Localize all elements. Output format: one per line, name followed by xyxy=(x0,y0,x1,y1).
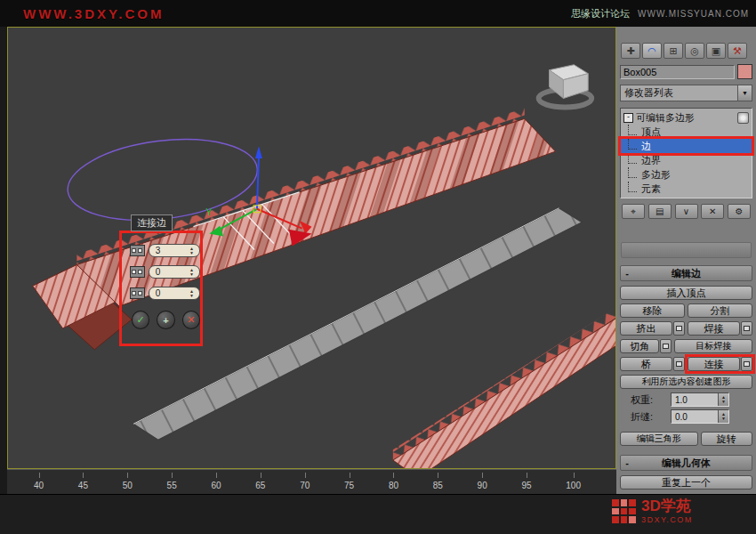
modify-tab-icon[interactable]: ◠ xyxy=(642,43,662,59)
timeline-tick: 100 xyxy=(566,481,581,490)
hierarchy-tab-icon[interactable]: ⊞ xyxy=(664,43,683,59)
site-url: WWW.MISSYUAN.COM xyxy=(638,9,749,19)
dropdown-arrow-icon[interactable]: ▼ xyxy=(737,85,752,101)
stack-row-editable-poly[interactable]: - 可编辑多边形 xyxy=(621,110,752,125)
repeat-last-button[interactable]: 重复上一个 xyxy=(620,475,752,490)
extrude-settings-icon[interactable] xyxy=(673,321,685,336)
spinner-arrows-icon[interactable]: ▲▼ xyxy=(187,268,199,277)
spinner-arrows-icon[interactable]: ▲▼ xyxy=(187,247,199,255)
timeline-tick: 95 xyxy=(521,481,531,490)
extrude-button[interactable]: 挤出 xyxy=(620,321,672,336)
show-end-result-icon[interactable]: ▤ xyxy=(648,204,672,219)
site-name: 思缘设计论坛 xyxy=(571,7,630,20)
collapsed-rollout-header[interactable] xyxy=(621,242,752,258)
motion-tab-icon[interactable]: ◎ xyxy=(685,43,704,59)
timeline-tick: 65 xyxy=(255,481,265,490)
caddy-cancel-button[interactable]: ✕ xyxy=(182,311,200,329)
timeline-tick: 60 xyxy=(211,481,221,490)
insert-vertex-button[interactable]: 插入顶点 xyxy=(620,286,752,300)
command-panel: ✚ ◠ ⊞ ◎ ▣ ⚒ 修改器列表 ▼ - 可编辑多边形 xyxy=(616,27,756,494)
weld-settings-icon[interactable] xyxy=(741,321,752,336)
crease-spinner[interactable]: 0.0 ▲▼ xyxy=(671,409,729,424)
watermark-missyuan: 思缘设计论坛 WWW.MISSYUAN.COM xyxy=(571,7,749,20)
create-tab-icon[interactable]: ✚ xyxy=(621,43,640,59)
spinner-mode-icon[interactable] xyxy=(130,266,145,278)
object-name-field[interactable] xyxy=(620,65,735,79)
create-shape-button[interactable]: 利用所选内容创建图形 xyxy=(620,375,752,389)
status-bar: 3D学苑 3DXY.COM xyxy=(0,494,756,534)
top-watermark-bar: WWW.3DXY.COM 思缘设计论坛 WWW.MISSYUAN.COM xyxy=(0,0,756,27)
collapse-icon[interactable]: - xyxy=(623,113,633,123)
modifier-list-dropdown[interactable]: 修改器列表 ▼ xyxy=(620,85,752,101)
pink-ribbon-object[interactable] xyxy=(393,308,615,468)
edit-triangulation-button[interactable]: 编辑三角形 xyxy=(620,432,698,446)
connect-edges-caddy: 3 ▲▼ 0 ▲▼ xyxy=(119,231,203,346)
bridge-button[interactable]: 桥 xyxy=(620,357,672,371)
caddy-tooltip: 连接边 xyxy=(131,214,173,231)
scene-canvas[interactable]: Y xyxy=(8,28,615,468)
segments-row: 3 ▲▼ xyxy=(130,244,200,257)
pinch-spinner[interactable]: 0 ▲▼ xyxy=(149,265,200,279)
app-window: WWW.3DXY.COM 思缘设计论坛 WWW.MISSYUAN.COM xyxy=(0,0,756,534)
edit-edges-rollout-header[interactable]: - 编辑边 xyxy=(620,265,752,281)
timeline-tick: 85 xyxy=(433,481,443,490)
footer-logo: 3D学苑 3DXY.COM xyxy=(612,498,693,524)
timeline-tick: 45 xyxy=(78,481,88,490)
make-unique-icon[interactable]: ∨ xyxy=(675,204,698,219)
command-panel-tabs: ✚ ◠ ⊞ ◎ ▣ ⚒ xyxy=(620,43,752,59)
chamfer-settings-icon[interactable] xyxy=(660,339,672,353)
remove-button[interactable]: 移除 xyxy=(620,303,685,318)
collapse-icon: - xyxy=(621,268,633,279)
timeline-tick: 50 xyxy=(123,481,133,490)
stack-state-icon[interactable] xyxy=(737,112,749,124)
spinner-arrows-icon[interactable]: ▲▼ xyxy=(718,393,728,406)
weld-button[interactable]: 焊接 xyxy=(688,321,740,336)
turn-button[interactable]: 旋转 xyxy=(701,432,752,446)
chamfer-button[interactable]: 切角 xyxy=(620,339,659,353)
bridge-settings-icon[interactable] xyxy=(673,357,685,371)
segments-spinner[interactable]: 3 ▲▼ xyxy=(149,244,200,257)
spinner-mode-icon[interactable] xyxy=(130,287,145,299)
logo-blocks-icon xyxy=(612,499,636,523)
object-color-swatch[interactable] xyxy=(737,64,752,79)
connect-button[interactable]: 连接 xyxy=(688,357,740,371)
split-button[interactable]: 分割 xyxy=(688,303,752,318)
timeline-tick: 70 xyxy=(300,481,310,490)
timeline-tick: 75 xyxy=(344,481,354,490)
spinner-mode-icon[interactable] xyxy=(130,245,145,256)
stack-row-border[interactable]: 边界 xyxy=(621,153,752,167)
edit-geometry-rollout-header[interactable]: - 编辑几何体 xyxy=(620,455,752,471)
slide-spinner[interactable]: 0 ▲▼ xyxy=(149,287,200,300)
logo-url: 3DXY.COM xyxy=(641,516,693,524)
timeline-tick: 80 xyxy=(389,481,398,490)
collapse-icon: - xyxy=(621,457,633,468)
display-tab-icon[interactable]: ▣ xyxy=(706,43,726,59)
stack-toolbar: ⌖ ▤ ∨ ✕ ⚙ xyxy=(620,204,752,219)
pink-beam-object[interactable] xyxy=(33,108,556,349)
perspective-viewport[interactable]: Y 连接边 3 xyxy=(7,27,616,469)
stack-row-polygon[interactable]: 多边形 xyxy=(621,167,752,182)
y-axis-label: Y xyxy=(205,206,213,217)
viewcube[interactable] xyxy=(539,65,592,108)
pin-stack-icon[interactable]: ⌖ xyxy=(622,204,645,219)
logo-title: 3D学苑 xyxy=(641,498,693,514)
caddy-buttons: ✓ + ✕ xyxy=(130,311,200,329)
slide-row: 0 ▲▼ xyxy=(130,287,200,300)
target-weld-button[interactable]: 目标焊接 xyxy=(674,339,752,353)
time-slider-track[interactable]: 40 45 50 55 60 65 70 75 80 85 90 95 100 xyxy=(7,469,616,494)
stack-row-element[interactable]: 元素 xyxy=(621,182,752,196)
caddy-ok-button[interactable]: ✓ xyxy=(132,311,149,329)
connect-settings-icon[interactable] xyxy=(741,357,752,371)
stack-row-edge[interactable]: 边 xyxy=(621,139,752,153)
pinch-row: 0 ▲▼ xyxy=(130,265,200,279)
modifier-stack: - 可编辑多边形 顶点 边 边界 多边形 xyxy=(620,108,752,198)
remove-modifier-icon[interactable]: ✕ xyxy=(701,204,724,219)
spinner-arrows-icon[interactable]: ▲▼ xyxy=(187,289,199,298)
configure-modifier-sets-icon[interactable]: ⚙ xyxy=(728,204,751,219)
caddy-apply-button[interactable]: + xyxy=(157,311,174,329)
stack-row-vertex[interactable]: 顶点 xyxy=(621,125,752,139)
spinner-arrows-icon[interactable]: ▲▼ xyxy=(718,410,728,423)
utilities-tab-icon[interactable]: ⚒ xyxy=(728,43,747,59)
weight-spinner[interactable]: 1.0 ▲▼ xyxy=(671,392,729,407)
timeline-tick: 90 xyxy=(478,481,487,490)
